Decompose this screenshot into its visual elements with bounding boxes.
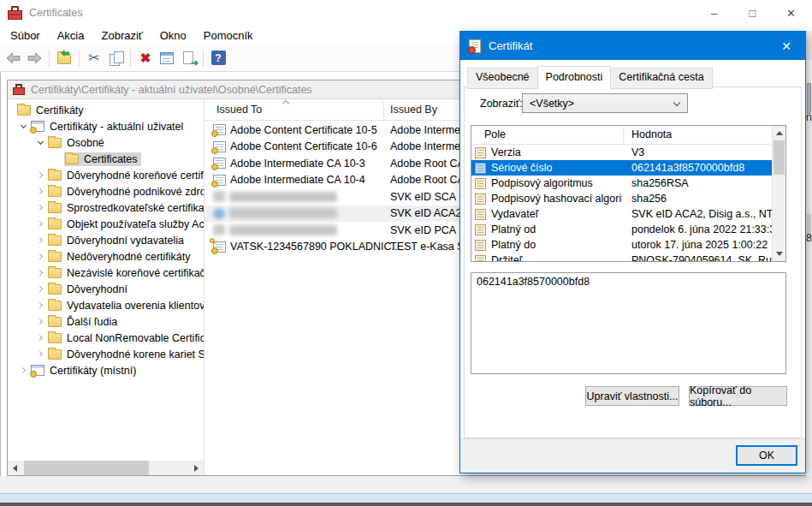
window-bottom-border bbox=[0, 503, 812, 506]
chevron-collapsed-icon[interactable] bbox=[33, 271, 47, 275]
field-value-textbox[interactable]: 062141a3f8570000bfd8 bbox=[471, 272, 786, 374]
column-header-issued-to[interactable]: Issued To bbox=[216, 104, 262, 116]
tree-item-label: Vydavatelia overenia klientov bbox=[67, 300, 204, 312]
field-row-platny-do[interactable]: Platný do utorok 17. júna 2025 1:00:22 bbox=[471, 237, 772, 253]
chevron-collapsed-icon[interactable] bbox=[33, 287, 47, 291]
close-button[interactable]: ✕ bbox=[772, 0, 810, 26]
tree-item-trusted-publishers[interactable]: Dôveryhodní vydavatelia bbox=[8, 232, 204, 248]
tree-item-active-directory-object[interactable]: Objekt používateľa služby Activ bbox=[8, 216, 204, 232]
chevron-collapsed-icon[interactable] bbox=[33, 205, 47, 210]
column-header-hodnota[interactable]: Hodnota bbox=[631, 128, 672, 140]
tree-item-intermediate-cas[interactable]: Sprostredkovateľské certifikačné bbox=[8, 199, 204, 216]
column-header-pole[interactable]: Pole bbox=[484, 128, 506, 140]
status-bar bbox=[0, 476, 812, 493]
field-row-drzitel[interactable]: Držiteľ PNOSK-7904059614, SK, Ružo bbox=[471, 253, 772, 262]
tree-item-certifikaty-root[interactable]: Certifikáty bbox=[8, 102, 204, 118]
blurred-name bbox=[229, 208, 337, 218]
tree-item-certificates[interactable]: Certificates bbox=[8, 151, 204, 167]
scroll-down-icon[interactable] bbox=[776, 252, 783, 256]
field-row-vydavatel[interactable]: Vydavateľ SVK eID ACA2, Disig a.s., NTR.… bbox=[471, 206, 772, 222]
menu-zobrazit[interactable]: Zobraziť bbox=[93, 27, 151, 44]
field-icon bbox=[475, 255, 486, 263]
field-row-platny-od[interactable]: Platný od pondelok 6. júna 2022 21:33:38 bbox=[471, 222, 772, 237]
menu-subor[interactable]: Súbor bbox=[2, 27, 49, 44]
chevron-collapsed-icon[interactable] bbox=[33, 189, 47, 193]
copy-to-file-button[interactable]: Kopírovať do súboru... bbox=[689, 386, 787, 406]
minimize-button[interactable]: – bbox=[695, 0, 733, 26]
toolbar-separator bbox=[79, 50, 80, 67]
tree-item-local-machine-store[interactable]: Certifikáty (místní) bbox=[8, 362, 204, 378]
tree-item-label: Dôveryhodné podnikové zdroje bbox=[67, 186, 204, 198]
up-one-level-icon[interactable] bbox=[56, 50, 73, 67]
chevron-collapsed-icon[interactable] bbox=[16, 368, 30, 372]
tree-item-trusted-people[interactable]: Dôveryhodní bbox=[8, 281, 204, 297]
clipped-text-fragment: 8 bbox=[806, 232, 812, 244]
tree-item-enterprise-trust[interactable]: Dôveryhodné podnikové zdroje bbox=[8, 183, 204, 199]
column-divider[interactable] bbox=[383, 102, 384, 118]
chevron-collapsed-icon[interactable] bbox=[33, 254, 47, 259]
column-divider[interactable] bbox=[623, 128, 624, 143]
tree-item-label: Nezávislé koreňové certifikačné bbox=[67, 267, 204, 279]
maximize-button[interactable]: □ bbox=[733, 0, 772, 26]
edit-properties-button[interactable]: Upraviť vlastnosti... bbox=[585, 386, 679, 406]
field-icon bbox=[475, 209, 486, 220]
tree-item-other-people[interactable]: Ďalší ľudia bbox=[8, 313, 204, 330]
chevron-expanded-icon[interactable] bbox=[33, 140, 47, 146]
tab-certifikacna-cesta[interactable]: Certifikačná cesta bbox=[610, 68, 712, 89]
chevron-collapsed-icon[interactable] bbox=[33, 352, 47, 356]
dialog-tabs: Všeobecné Podrobnosti Certifikačná cesta bbox=[467, 68, 712, 89]
tree-item-local-nonremovable[interactable]: Local NonRemovable Certificate bbox=[8, 330, 204, 346]
view-filter-label: Zobraziť: bbox=[480, 98, 523, 110]
back-icon[interactable] bbox=[4, 50, 21, 67]
chevron-collapsed-icon[interactable] bbox=[33, 319, 47, 324]
export-list-icon[interactable]: ➜ bbox=[180, 50, 197, 67]
chevron-collapsed-icon[interactable] bbox=[33, 173, 47, 177]
chevron-collapsed-icon[interactable] bbox=[33, 303, 47, 307]
issued-by-cell: SVK eID ACA2 bbox=[390, 207, 461, 219]
horizontal-scrollbar[interactable] bbox=[8, 461, 204, 475]
chevron-collapsed-icon[interactable] bbox=[33, 238, 47, 242]
cut-icon[interactable]: ✂ bbox=[86, 50, 103, 67]
properties-icon[interactable] bbox=[158, 50, 175, 67]
tab-vseobecne[interactable]: Všeobecné bbox=[467, 68, 538, 89]
dialog-close-icon[interactable]: ✕ bbox=[768, 32, 805, 60]
tree-item-smartcard-roots[interactable]: Dôveryhodné korene kariet Sma bbox=[8, 346, 204, 362]
column-header-issued-by[interactable]: Issued By bbox=[390, 104, 437, 116]
tree-item-thirdparty-roots[interactable]: Nezávislé koreňové certifikačné bbox=[8, 265, 204, 281]
tree-item-osobne[interactable]: Osobné bbox=[8, 134, 204, 151]
scrollbar-thumb[interactable] bbox=[24, 461, 149, 475]
scroll-up-icon[interactable] bbox=[776, 131, 783, 135]
menu-pomocnik[interactable]: Pomocník bbox=[195, 27, 262, 44]
scroll-left-icon[interactable] bbox=[8, 461, 22, 475]
field-row-podpisovy-algoritmus[interactable]: Podpisový algoritmus sha256RSA bbox=[471, 176, 772, 191]
chevron-collapsed-icon[interactable] bbox=[33, 336, 47, 340]
delete-icon[interactable]: ✖ bbox=[137, 50, 154, 67]
scrollbar-thumb[interactable] bbox=[807, 83, 811, 114]
forward-icon[interactable] bbox=[26, 50, 43, 67]
help-icon[interactable]: ? bbox=[210, 50, 227, 67]
tree-item-untrusted-certificates[interactable]: Nedôveryhodné certifikáty bbox=[8, 248, 204, 265]
chevron-collapsed-icon[interactable] bbox=[33, 222, 47, 226]
field-row-verzia[interactable]: Verzia V3 bbox=[471, 145, 772, 160]
menu-okno[interactable]: Okno bbox=[151, 27, 195, 44]
scroll-right-icon[interactable] bbox=[189, 461, 204, 475]
view-filter-dropdown[interactable]: <Všetky> bbox=[522, 93, 688, 113]
folder-icon bbox=[48, 333, 62, 343]
ok-button[interactable]: OK bbox=[736, 445, 797, 466]
field-row-seriove-cislo[interactable]: Sériové číslo 062141a3f8570000bfd8 bbox=[471, 160, 772, 176]
menu-akcia[interactable]: Akcia bbox=[49, 27, 93, 44]
issued-to-cell: Adobe Content Certificate 10-6 bbox=[230, 140, 377, 152]
tree-item-client-auth-issuers[interactable]: Vydavatelia overenia klientov bbox=[8, 297, 204, 313]
copy-icon[interactable] bbox=[107, 50, 124, 67]
vertical-scrollbar[interactable] bbox=[772, 126, 785, 261]
tree-item-current-user-store[interactable]: Certifikáty - aktuální uživatel bbox=[8, 118, 204, 134]
tab-podrobnosti[interactable]: Podrobnosti bbox=[537, 66, 612, 87]
tree-item-label: Dôveryhodné koreňové certifika bbox=[67, 170, 204, 182]
tree-item-label: Local NonRemovable Certificate bbox=[67, 332, 204, 344]
blurred-certificate-icon bbox=[213, 224, 225, 235]
folder-icon bbox=[48, 138, 62, 148]
chevron-expanded-icon[interactable] bbox=[16, 123, 30, 129]
tree-item-trusted-roots[interactable]: Dôveryhodné koreňové certifika bbox=[8, 167, 204, 183]
field-row-hash-algoritmus[interactable]: Podpisový hashovací algorit... sha256 bbox=[471, 191, 772, 206]
scrollbar-thumb[interactable] bbox=[773, 140, 785, 175]
